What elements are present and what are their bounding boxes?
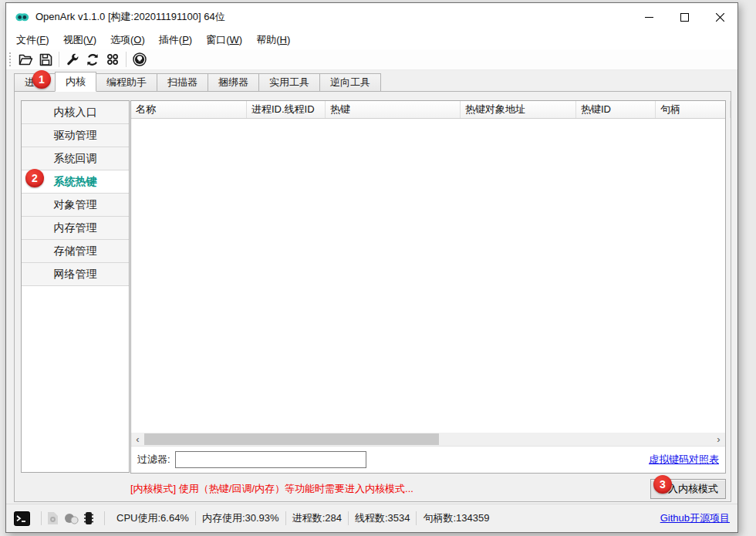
tab-item[interactable]: 编程助手	[96, 73, 157, 91]
kernel-tab-page: 内核入口驱动管理系统回调系统热键对象管理内存管理存储管理网络管理 名称进程ID.…	[14, 91, 731, 502]
status-stat: CPU使用:6.64%	[110, 511, 196, 525]
horizontal-scrollbar[interactable]: ‹ ›	[131, 433, 725, 446]
window-controls	[631, 3, 737, 31]
toolbar-separator	[126, 52, 127, 67]
tab-item[interactable]: 内核	[55, 72, 96, 92]
toolbar-gripper[interactable]	[8, 52, 12, 67]
virtual-keycode-link[interactable]: 虚拟键码对照表	[649, 453, 719, 467]
tab-bar: 进程内核编程助手扫描器捆绑器实用工具逆向工具	[14, 71, 730, 91]
status-bar: CPU使用:6.64%内存使用:30.93%进程数:284线程数:3534句柄数…	[6, 504, 737, 532]
menu-item-4[interactable]: 插件(P)	[152, 31, 199, 49]
status-stat: 线程数:3534	[349, 511, 417, 525]
sidebar-item[interactable]: 内核入口	[22, 101, 129, 124]
annotation-step-2: 2	[25, 169, 44, 187]
tab-item[interactable]: 实用工具	[258, 73, 320, 91]
app-logo-icon	[15, 12, 29, 22]
sidebar-item[interactable]: 网络管理	[22, 263, 129, 286]
console-toggle-button[interactable]	[14, 511, 30, 526]
minimize-icon	[645, 13, 653, 22]
scroll-left-icon[interactable]: ‹	[131, 433, 144, 446]
filter-input[interactable]	[175, 451, 366, 468]
menu-item-2[interactable]: 视图(V)	[56, 31, 103, 49]
maximize-icon	[680, 13, 689, 22]
annotation-step-3: 3	[653, 475, 672, 494]
plugin-status-icon	[64, 512, 79, 525]
kernel-mode-hint: [内核模式] 使用（热键/回调/内存）等功能时需要进入内核模式...	[130, 482, 413, 496]
scrollbar-track[interactable]	[144, 433, 712, 446]
system-stats: CPU使用:6.64%内存使用:30.93%进程数:284线程数:3534句柄数…	[110, 511, 495, 525]
status-separator	[41, 511, 42, 525]
close-button[interactable]	[702, 3, 737, 31]
status-stat: 进程数:284	[286, 511, 349, 525]
scroll-right-icon[interactable]: ›	[712, 433, 725, 446]
annotation-step-1: 1	[32, 70, 51, 89]
tab-item[interactable]: 逆向工具	[319, 73, 381, 91]
open-file-button[interactable]	[15, 50, 35, 69]
status-separator	[104, 511, 105, 525]
app-window: OpenArk v1.1.0 [构建:202011191100] 64位 文件(…	[5, 2, 738, 533]
github-button[interactable]	[130, 50, 150, 69]
scrollbar-thumb[interactable]	[144, 433, 439, 445]
table-body[interactable]	[131, 119, 725, 433]
sidebar-item[interactable]: 驱动管理	[22, 124, 129, 147]
status-stat: 句柄数:134359	[417, 511, 495, 525]
plugins-icon	[106, 53, 119, 66]
sidebar-item[interactable]: 内存管理	[22, 217, 129, 240]
status-stat: 内存使用:30.93%	[196, 511, 286, 525]
column-header[interactable]: 热键	[326, 101, 461, 118]
menu-item-6[interactable]: 帮助(H)	[249, 31, 297, 49]
sidebar-item[interactable]: 存储管理	[22, 240, 129, 263]
kernel-driver-status-icon	[84, 511, 93, 525]
terminal-icon	[14, 511, 30, 526]
menu-item-5[interactable]: 窗口(W)	[199, 31, 249, 49]
refresh-icon	[86, 53, 100, 66]
toolbar	[6, 49, 737, 70]
open-icon	[19, 53, 33, 66]
refresh-button[interactable]	[83, 50, 103, 69]
minimize-button[interactable]	[631, 3, 667, 31]
column-header[interactable]: 热键对象地址	[461, 101, 576, 118]
tab-item[interactable]: 捆绑器	[208, 73, 259, 91]
file-gear-icon	[47, 511, 59, 525]
window-title: OpenArk v1.1.0 [构建:202011191100] 64位	[35, 10, 225, 24]
toolbar-separator	[59, 52, 59, 67]
hotkey-table-panel: 名称进程ID.线程ID热键热键对象地址热键ID句柄 ‹ › 过滤器: 虚拟键码对…	[130, 100, 726, 474]
column-header[interactable]: 名称	[131, 101, 247, 118]
driver-file-status-icon	[47, 511, 59, 525]
settings-button[interactable]	[62, 50, 83, 69]
save-button[interactable]	[35, 50, 56, 69]
wrench-icon	[66, 53, 79, 66]
menu-bar: 文件(F)视图(V)选项(O)插件(P)窗口(W)帮助(H)	[6, 31, 737, 49]
close-icon	[716, 13, 724, 22]
filter-row: 过滤器: 虚拟键码对照表	[131, 446, 725, 473]
column-header[interactable]: 热键ID	[576, 101, 656, 118]
column-header[interactable]: 进程ID.线程ID	[247, 101, 326, 118]
tab-item[interactable]: 扫描器	[157, 73, 208, 91]
table-header-row: 名称进程ID.线程ID热键热键对象地址热键ID句柄	[131, 101, 725, 119]
github-icon	[133, 52, 147, 66]
column-header[interactable]: 句柄	[656, 101, 731, 118]
sidebar-item[interactable]: 对象管理	[22, 194, 129, 217]
kernel-mode-hint-row: [内核模式] 使用（热键/回调/内存）等功能时需要进入内核模式... 进入内核模…	[130, 477, 726, 501]
circles-icon	[64, 512, 79, 525]
kernel-section-list: 内核入口驱动管理系统回调系统热键对象管理内存管理存储管理网络管理	[21, 100, 130, 473]
chip-icon	[84, 511, 93, 525]
save-icon	[39, 53, 52, 66]
sidebar-item[interactable]: 系统回调	[22, 147, 129, 170]
maximize-button[interactable]	[667, 3, 702, 31]
menu-item-1[interactable]: 文件(F)	[9, 31, 56, 49]
plugins-button[interactable]	[103, 50, 123, 69]
title-bar: OpenArk v1.1.0 [构建:202011191100] 64位	[6, 3, 737, 31]
filter-label: 过滤器:	[137, 453, 170, 467]
menu-item-3[interactable]: 选项(O)	[103, 31, 152, 49]
github-project-link[interactable]: Github开源项目	[660, 511, 730, 525]
